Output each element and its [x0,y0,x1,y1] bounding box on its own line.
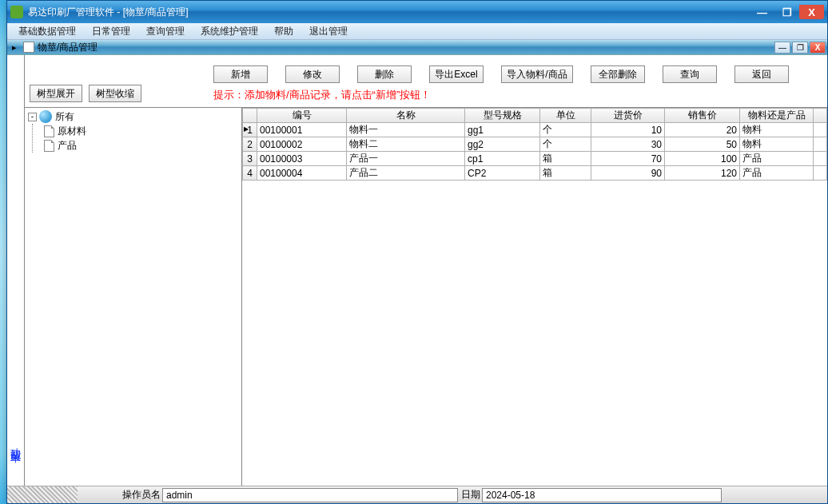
content-area: 功能菜单 树型展开 树型收缩 新增 修改 删除 导出Excel 导入物料/商品 … [7,55,827,486]
cell-buy[interactable]: 30 [591,137,665,152]
mdi-dropdown-icon[interactable]: ▸ [9,41,20,54]
cell-buy[interactable]: 70 [591,152,665,166]
cell-kind[interactable]: 产品 [740,166,814,181]
cell-code[interactable]: 00100001 [257,123,347,137]
table-row[interactable]: 200100002物料二gg2个3050物料 [243,137,827,152]
cell-name[interactable]: 产品一 [347,152,465,166]
cell-spec[interactable]: gg2 [465,137,540,152]
cell-spec[interactable]: CP2 [465,166,540,181]
mdi-close-button[interactable]: X [810,42,826,54]
cell-buy[interactable]: 10 [591,123,665,137]
cell-unit[interactable]: 个 [540,137,591,152]
grid-header-row: 编号 名称 型号规格 单位 进货价 销售价 物料还是产品 [243,109,827,123]
hint-text: 提示：添加物料/商品记录，请点击“新增”按钮！ [213,88,431,102]
table-row[interactable]: 100100001物料一gg1个1020物料 [243,123,827,137]
toolbar: 树型展开 树型收缩 新增 修改 删除 导出Excel 导入物料/商品 全部删除 … [25,55,827,108]
col-kind[interactable]: 物料还是产品 [740,109,814,123]
cell-kind[interactable]: 产品 [740,152,814,166]
tree-item-label[interactable]: 产品 [58,139,77,153]
cell-sell[interactable]: 50 [665,137,740,152]
minimize-button[interactable]: — [750,5,774,19]
cell-extra [814,137,827,152]
cell-sell[interactable]: 120 [665,166,740,181]
cell-extra [814,166,827,181]
globe-icon [39,110,52,123]
menu-daily[interactable]: 日常管理 [86,23,137,40]
tree-view[interactable]: - 所有 原材料 产品 [25,108,242,486]
app-window: 易达印刷厂管理软件 - [物莖/商品管理] — ❐ X 基础数据管理 日常管理 … [6,0,828,504]
cell-code[interactable]: 00100004 [257,166,347,181]
tree-item-raw-material[interactable]: 原材料 [44,124,238,138]
edit-button[interactable]: 修改 [285,65,340,83]
row-header[interactable]: 1 [243,123,257,137]
expand-tree-button[interactable]: 树型展开 [30,85,82,102]
window-title: 易达印刷厂管理软件 - [物莖/商品管理] [28,6,750,19]
date-label: 日期 [461,488,480,502]
cell-unit[interactable]: 箱 [540,166,591,181]
tree-root-label[interactable]: 所有 [55,110,74,124]
operator-field: admin [162,488,458,502]
titlebar: 易达印刷厂管理软件 - [物莖/商品管理] — ❐ X [7,1,827,23]
cell-unit[interactable]: 个 [540,123,591,137]
cell-sell[interactable]: 100 [665,152,740,166]
back-button[interactable]: 返回 [734,65,789,83]
statusbar: 操作员名 admin 日期 2024-05-18 [7,486,827,503]
cell-extra [814,152,827,166]
left-strip-label[interactable]: 功能菜单 [9,439,23,446]
col-buy[interactable]: 进货价 [591,109,665,123]
col-unit[interactable]: 单位 [540,109,591,123]
operator-label: 操作员名 [122,488,161,502]
mdi-child-title: 物莖/商品管理 [38,41,774,54]
col-sell[interactable]: 销售价 [665,109,740,123]
tree-item-product[interactable]: 产品 [44,138,238,153]
mdi-minimize-button[interactable]: — [774,42,790,54]
query-button[interactable]: 查询 [663,65,717,83]
menu-basic-data[interactable]: 基础数据管理 [12,23,82,40]
table-row[interactable]: 300100003产品一cp1箱70100产品 [243,152,827,166]
menu-exit[interactable]: 退出管理 [303,23,354,40]
cell-name[interactable]: 物料一 [347,123,465,137]
menu-help[interactable]: 帮助 [268,23,300,40]
cell-buy[interactable]: 90 [591,166,665,181]
row-header[interactable]: 4 [243,166,257,181]
export-excel-button[interactable]: 导出Excel [429,65,484,83]
col-code[interactable]: 编号 [257,109,347,123]
cell-name[interactable]: 物料二 [347,137,465,152]
menu-query[interactable]: 查询管理 [140,23,191,40]
cell-spec[interactable]: cp1 [465,152,540,166]
table-row[interactable]: 400100004产品二CP2箱90120产品 [243,166,827,181]
menu-system-maint[interactable]: 系统维护管理 [194,23,265,40]
collapse-icon[interactable]: - [28,113,37,121]
data-grid[interactable]: 编号 名称 型号规格 单位 进货价 销售价 物料还是产品 100100001物料… [242,108,827,486]
cell-kind[interactable]: 物料 [740,123,814,137]
cell-name[interactable]: 产品二 [347,166,465,181]
close-button[interactable]: X [799,5,824,19]
file-icon [44,140,54,152]
mdi-child-titlebar: ▸ 物莖/商品管理 — ❐ X [7,40,827,55]
delete-all-button[interactable]: 全部删除 [591,65,645,83]
cell-kind[interactable]: 物料 [740,137,814,152]
mdi-restore-button[interactable]: ❐ [792,42,808,54]
statusbar-grip [7,486,78,503]
cell-code[interactable]: 00100003 [257,152,347,166]
row-header[interactable]: 2 [243,137,257,152]
cell-sell[interactable]: 20 [665,123,740,137]
app-icon [10,6,23,18]
import-button[interactable]: 导入物料/商品 [501,65,573,83]
new-button[interactable]: 新增 [213,65,268,83]
tree-item-label[interactable]: 原材料 [58,125,86,138]
date-field: 2024-05-18 [482,488,722,502]
cell-unit[interactable]: 箱 [540,152,591,166]
cell-spec[interactable]: gg1 [465,123,540,137]
cell-code[interactable]: 00100002 [257,137,347,152]
col-spec[interactable]: 型号规格 [465,109,540,123]
file-icon [44,125,54,137]
document-icon [23,42,34,53]
main-pane: 树型展开 树型收缩 新增 修改 删除 导出Excel 导入物料/商品 全部删除 … [25,55,827,486]
row-header[interactable]: 3 [243,152,257,166]
maximize-button[interactable]: ❐ [774,5,799,19]
tree-root[interactable]: - 所有 [28,109,238,124]
collapse-tree-button[interactable]: 树型收缩 [89,85,141,102]
col-name[interactable]: 名称 [347,109,465,123]
delete-button[interactable]: 删除 [357,65,412,83]
